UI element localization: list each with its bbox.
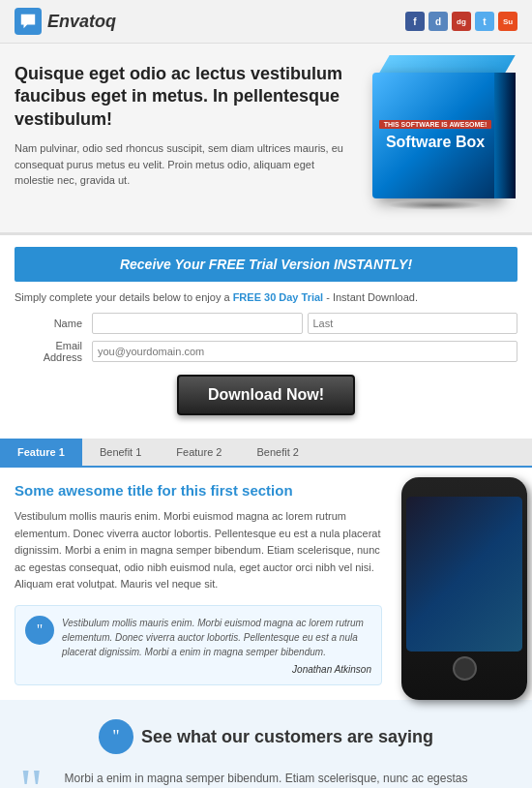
first-name-input[interactable] [92, 313, 303, 334]
logo-icon [15, 8, 42, 35]
tab-feature1[interactable]: Feature 1 [0, 439, 82, 466]
tab-feature2[interactable]: Feature 2 [159, 439, 239, 466]
testimonials-section: " See what our customers are saying " Mo… [0, 700, 532, 788]
testimonials-title: See what our customers are saying [141, 727, 433, 747]
name-inputs [92, 313, 517, 334]
big-quote-left: " [19, 769, 44, 788]
feature-title: Some awesome title for this first sectio… [15, 482, 382, 499]
box-title: Software Box [386, 134, 485, 151]
box-awesome-label: THIS SOFTWARE IS AWESOME! [379, 120, 492, 129]
hero-right: THIS SOFTWARE IS AWESOME! Software Box [363, 63, 517, 218]
feature-phone [397, 468, 532, 700]
testimonial-box: " Vestibulum mollis mauris enim. Morbi e… [15, 605, 382, 685]
testimonials-quote-icon: " [99, 719, 133, 754]
email-input[interactable] [92, 341, 517, 362]
box-shadow [387, 200, 484, 210]
email-row: Email Address [15, 340, 517, 363]
logo-text: Envatoq [47, 12, 116, 32]
trial-desc-text2: - Instant Download. [323, 291, 418, 303]
trial-banner: Receive Your FREE Trial Version INSTANTL… [15, 247, 517, 282]
testimonial-main: " Morbi a enim in magna semper bibendum.… [19, 769, 513, 788]
delicious-icon[interactable]: d [429, 12, 448, 31]
tab-benefit1[interactable]: Benefit 1 [82, 439, 159, 466]
header-social-icons: f d dg t Su [405, 12, 517, 31]
speech-bubble-icon [19, 13, 37, 30]
hero-section: Quisque eget odio ac lectus vestibulum f… [0, 44, 532, 232]
hero-description: Nam pulvinar, odio sed rhoncus suscipit,… [15, 140, 348, 189]
tabs: Feature 1 Benefit 1 Feature 2 Benefit 2 [0, 439, 532, 468]
box-side-face [494, 73, 516, 198]
header: Envatoq f d dg t Su [0, 0, 532, 44]
trial-highlight: FREE 30 Day Trial [233, 291, 324, 303]
trial-desc-text: Simply complete your details below to en… [15, 291, 233, 303]
facebook-icon[interactable]: f [405, 12, 425, 31]
quote-bubble-small: " [25, 616, 54, 645]
trial-description: Simply complete your details below to en… [15, 291, 517, 303]
testimonial-text: Vestibulum mollis mauris enim. Morbi eui… [62, 616, 371, 659]
digg-icon[interactable]: dg [452, 12, 471, 31]
logo: Envatoq [15, 8, 116, 35]
feature-text: Vestibulum mollis mauris enim. Morbi eui… [15, 508, 382, 593]
hero-left: Quisque eget odio ac lectus vestibulum f… [15, 63, 348, 218]
name-label: Name [15, 318, 82, 329]
download-button[interactable]: Download Now! [177, 375, 355, 415]
phone-screen [406, 497, 522, 652]
testimonial-main-text: Morbi a enim in magna semper bibendum. E… [48, 769, 484, 788]
phone-home-button [453, 656, 477, 681]
testimonial-author: Jonathan Atkinson [62, 664, 371, 675]
testimonials-header: " See what our customers are saying [19, 719, 513, 754]
stumbleupon-icon[interactable]: Su [498, 12, 517, 31]
phone-image [401, 477, 527, 700]
hero-title: Quisque eget odio ac lectus vestibulum f… [15, 63, 348, 131]
box-front-face: THIS SOFTWARE IS AWESOME! Software Box [372, 73, 498, 198]
download-btn-container: Download Now! [15, 375, 517, 415]
tab-benefit2[interactable]: Benefit 2 [239, 439, 315, 466]
trial-section: Receive Your FREE Trial Version INSTANTL… [0, 232, 532, 439]
name-row: Name [15, 313, 517, 334]
software-box: THIS SOFTWARE IS AWESOME! Software Box [363, 73, 508, 218]
last-name-input[interactable] [308, 313, 518, 334]
email-label: Email Address [15, 340, 82, 363]
twitter-icon[interactable]: t [475, 12, 494, 31]
feature-section: Some awesome title for this first sectio… [0, 468, 532, 700]
feature-content: Some awesome title for this first sectio… [0, 468, 397, 700]
